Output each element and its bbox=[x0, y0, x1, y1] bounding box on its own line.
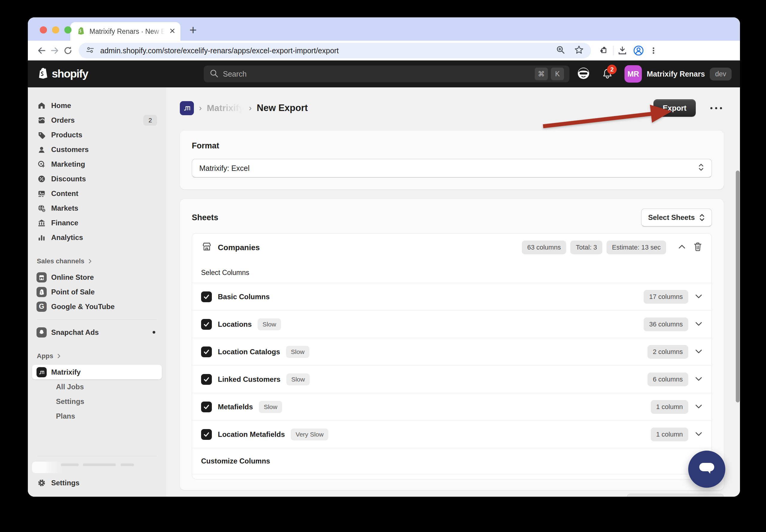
expand-chevron-down-icon[interactable] bbox=[695, 294, 703, 300]
expand-chevron-down-icon[interactable] bbox=[695, 431, 703, 438]
support-chat-button[interactable] bbox=[688, 451, 725, 488]
downloads-icon[interactable] bbox=[616, 44, 629, 57]
breadcrumb-separator: › bbox=[248, 103, 252, 113]
sidebar-item-all-jobs[interactable]: All Jobs bbox=[32, 379, 162, 394]
checkbox-checked[interactable] bbox=[201, 402, 212, 412]
collapse-chevron-up-icon[interactable] bbox=[678, 244, 686, 251]
sidebar-item-customers[interactable]: Customers bbox=[32, 142, 162, 157]
column-group-row-metafields[interactable]: Metafields Slow 1 column bbox=[192, 393, 712, 420]
sidebar-item-settings[interactable]: Settings bbox=[32, 475, 162, 490]
sidebar-item-point-of-sale[interactable]: Point of Sale bbox=[32, 285, 162, 299]
sidebar-item-plans[interactable]: Plans bbox=[32, 409, 162, 423]
breadcrumb-app[interactable]: Matrixify bbox=[207, 103, 244, 113]
format-select[interactable]: Matrixify: Excel bbox=[192, 159, 712, 177]
browser-tab-strip: Matrixify Renars · New Export + bbox=[28, 17, 740, 41]
store-avatar-icon[interactable] bbox=[577, 66, 590, 81]
sidebar-item-discounts[interactable]: Discounts bbox=[32, 171, 162, 186]
format-card: Format Matrixify: Excel bbox=[180, 130, 724, 189]
sales-channels-header[interactable]: Sales channels bbox=[32, 255, 162, 267]
sheet-name: Companies bbox=[218, 243, 260, 252]
checkbox-checked[interactable] bbox=[201, 429, 212, 440]
matrixify-icon bbox=[37, 367, 46, 377]
sidebar-item-orders[interactable]: Orders 2 bbox=[32, 113, 162, 127]
checkbox-checked[interactable] bbox=[201, 346, 212, 357]
sidebar-item-analytics[interactable]: Analytics bbox=[32, 230, 162, 245]
group-columns-pill: 36 columns bbox=[644, 317, 688, 331]
estimate-pill: Estimate: 13 sec bbox=[607, 241, 666, 254]
sheet-header: Companies 63 columns Total: 3 Estimate: … bbox=[192, 233, 712, 262]
customize-columns-row[interactable]: Customize Columns bbox=[192, 448, 712, 474]
notifications-button[interactable]: 2 bbox=[601, 67, 614, 81]
checkbox-checked[interactable] bbox=[201, 374, 212, 385]
browser-window: Matrixify Renars · New Export + admin.sh… bbox=[28, 17, 740, 497]
tab-close-icon[interactable] bbox=[169, 28, 176, 35]
forward-icon[interactable] bbox=[48, 44, 61, 57]
user-menu[interactable]: MR Matrixify Renars dev bbox=[624, 65, 732, 83]
delete-sheet-trash-icon[interactable] bbox=[693, 242, 703, 253]
matrixify-app-icon[interactable] bbox=[180, 101, 194, 115]
expand-chevron-down-icon[interactable] bbox=[695, 404, 703, 410]
column-group-row-basic-columns[interactable]: Basic Columns 17 columns bbox=[192, 283, 712, 310]
expand-chevron-down-icon[interactable] bbox=[695, 376, 703, 383]
sidebar-item-app-settings[interactable]: Settings bbox=[32, 394, 162, 409]
shopify-bag-icon bbox=[36, 67, 49, 81]
shopify-logo[interactable]: shopify bbox=[36, 67, 88, 81]
apps-header[interactable]: Apps bbox=[32, 350, 162, 362]
sidebar-item-markets[interactable]: Markets bbox=[32, 201, 162, 215]
page-scrollbar[interactable] bbox=[736, 171, 740, 402]
column-group-row-linked-customers[interactable]: Linked Customers Slow 6 columns bbox=[192, 366, 712, 393]
sidebar-item-content[interactable]: Content bbox=[32, 186, 162, 201]
close-window-button[interactable] bbox=[40, 26, 47, 34]
column-group-row-location-catalogs[interactable]: Location Catalogs Slow 2 columns bbox=[192, 338, 712, 365]
url-bar[interactable]: admin.shopify.com/store/excelify-renars/… bbox=[79, 43, 591, 58]
sidebar-divider bbox=[37, 456, 157, 456]
bookmark-star-icon[interactable] bbox=[574, 45, 584, 57]
sidebar-divider bbox=[37, 319, 157, 320]
sidebar-item-online-store[interactable]: Online Store bbox=[32, 270, 162, 285]
extensions-icon[interactable] bbox=[598, 44, 611, 57]
reload-icon[interactable] bbox=[61, 44, 75, 57]
sidebar-item-snapchat-ads[interactable]: Snapchat Ads bbox=[32, 325, 162, 340]
minimize-window-button[interactable] bbox=[52, 26, 59, 34]
admin-search-input[interactable]: Search ⌘ K bbox=[204, 66, 569, 82]
search-shortcut: ⌘ K bbox=[535, 68, 564, 80]
person-icon bbox=[37, 145, 46, 154]
site-settings-icon[interactable] bbox=[85, 45, 95, 56]
expand-chevron-down-icon[interactable] bbox=[695, 349, 703, 355]
sidebar-item-google-youtube[interactable]: G Google & YouTube bbox=[32, 299, 162, 314]
bar-chart-icon bbox=[37, 233, 46, 242]
sidebar-item-marketing[interactable]: Marketing bbox=[32, 157, 162, 171]
storefront-icon bbox=[201, 241, 212, 254]
chat-bubble-icon bbox=[697, 460, 717, 478]
checkbox-checked[interactable] bbox=[201, 291, 212, 302]
environment-badge: dev bbox=[710, 68, 732, 80]
expand-chevron-down-icon[interactable] bbox=[695, 321, 703, 328]
screenshot-canvas: Matrixify Renars · New Export + admin.sh… bbox=[0, 0, 766, 532]
sidebar-item-products[interactable]: Products bbox=[32, 127, 162, 142]
window-controls[interactable] bbox=[40, 26, 72, 34]
zoom-window-button[interactable] bbox=[64, 26, 72, 34]
more-actions-icon[interactable] bbox=[710, 107, 722, 109]
checkbox-checked[interactable] bbox=[201, 319, 212, 330]
column-group-row-locations[interactable]: Locations Slow 36 columns bbox=[192, 311, 712, 338]
profile-icon[interactable] bbox=[632, 44, 645, 57]
zoom-page-icon[interactable] bbox=[556, 45, 566, 56]
browser-menu-icon[interactable] bbox=[647, 44, 660, 57]
admin-sidebar: Home Orders 2 Products Customers Marketi… bbox=[28, 87, 166, 497]
column-group-row-location-metafields[interactable]: Location Metafields Very Slow 1 column bbox=[192, 421, 712, 448]
target-icon bbox=[37, 160, 46, 168]
chevron-right-icon bbox=[57, 353, 61, 359]
select-caret-icon bbox=[698, 163, 704, 174]
select-sheets-button[interactable]: Select Sheets bbox=[641, 209, 712, 227]
clipped-app-item[interactable] bbox=[32, 462, 162, 473]
image-icon bbox=[37, 189, 46, 198]
group-columns-pill: 1 column bbox=[651, 400, 688, 414]
sidebar-item-matrixify[interactable]: Matrixify bbox=[32, 365, 162, 379]
sidebar-item-home[interactable]: Home bbox=[32, 98, 162, 113]
back-icon[interactable] bbox=[35, 44, 48, 57]
export-button[interactable]: Export bbox=[653, 99, 696, 117]
sidebar-item-finance[interactable]: Finance bbox=[32, 215, 162, 230]
url-text[interactable]: admin.shopify.com/store/excelify-renars/… bbox=[100, 46, 339, 55]
new-tab-button[interactable]: + bbox=[189, 24, 197, 37]
browser-tab[interactable]: Matrixify Renars · New Export bbox=[70, 22, 180, 41]
